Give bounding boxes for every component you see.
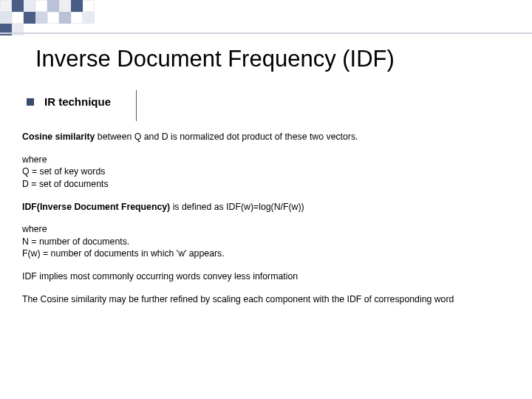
slide-title: Inverse Document Frequency (IDF) bbox=[35, 46, 395, 72]
text-fw-def: F(w) = number of documents in which 'w' … bbox=[22, 248, 510, 260]
header-decoration bbox=[0, 0, 532, 38]
text-where: where bbox=[22, 223, 510, 236]
para-idf-implies: IDF implies most commonly occurring word… bbox=[22, 270, 510, 283]
slide: Inverse Document Frequency (IDF) IR tech… bbox=[0, 0, 532, 399]
text-d-def: D = set of documents bbox=[22, 178, 510, 191]
slide-body: IR technique Cosine similarity between Q… bbox=[22, 95, 510, 316]
para-refine: The Cosine similarity may be further ref… bbox=[22, 293, 510, 306]
text-q-def: Q = set of key words bbox=[22, 166, 510, 178]
text-where: where bbox=[22, 154, 510, 166]
para-cosine: Cosine similarity between Q and D is nor… bbox=[22, 131, 510, 143]
para-idf-def: IDF(Inverse Document Frequency) is defin… bbox=[22, 201, 510, 214]
bullet-marker-icon bbox=[27, 98, 34, 106]
text: is defined as IDF(w)=log(N/F(w)) bbox=[170, 202, 304, 212]
text: between Q and D is normalized dot produc… bbox=[95, 132, 358, 142]
bullet-ir-technique: IR technique bbox=[27, 95, 510, 109]
header-rule bbox=[0, 33, 532, 34]
bullet-label: IR technique bbox=[44, 95, 111, 109]
text-n-def: N = number of documents. bbox=[22, 236, 510, 248]
defs-qd: where Q = set of key words D = set of do… bbox=[22, 154, 510, 191]
text-strong: Cosine similarity bbox=[22, 132, 95, 142]
defs-nfw: where N = number of documents. F(w) = nu… bbox=[22, 223, 510, 260]
text-strong: IDF(Inverse Document Frequency) bbox=[22, 202, 170, 212]
